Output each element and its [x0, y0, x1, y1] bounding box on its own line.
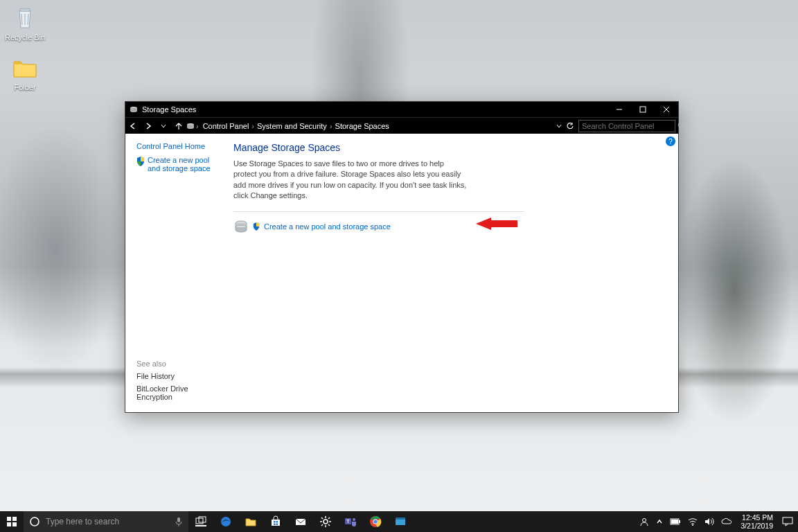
breadcrumb-item[interactable]: Storage Spaces: [335, 122, 389, 130]
svg-line-33: [328, 524, 330, 526]
tray-overflow-icon[interactable]: [656, 518, 663, 525]
taskbar-app-settings[interactable]: [313, 511, 338, 532]
titlebar[interactable]: Storage Spaces: [125, 102, 678, 117]
taskbar-app-edge[interactable]: [213, 511, 238, 532]
create-pool-link[interactable]: Create a new pool and storage space: [264, 222, 391, 231]
svg-rect-18: [199, 517, 206, 522]
address-dropdown-icon[interactable]: [556, 123, 562, 129]
page-description: Use Storage Spaces to save files to two …: [233, 159, 469, 202]
svg-rect-25: [276, 524, 278, 526]
svg-line-34: [321, 524, 323, 526]
svg-line-8: [682, 127, 684, 129]
svg-point-44: [643, 519, 646, 522]
red-arrow-annotation: [476, 218, 517, 230]
main-pane: Manage Storage Spaces Use Storage Spaces…: [229, 134, 678, 412]
sidebar-create-pool-link[interactable]: Create a new pool and storage space: [136, 156, 222, 172]
svg-text:T: T: [346, 519, 350, 524]
svg-rect-17: [196, 518, 203, 524]
volume-icon[interactable]: [704, 517, 714, 526]
wifi-icon[interactable]: [688, 517, 698, 526]
separator: [233, 211, 524, 212]
window-title: Storage Spaces: [142, 105, 196, 114]
desktop: Recycle Bin Folder Storage Spaces: [0, 0, 798, 532]
svg-rect-21: [272, 520, 280, 526]
svg-rect-23: [276, 521, 278, 523]
back-button[interactable]: [125, 118, 141, 134]
desktop-icon-label: Folder: [14, 83, 35, 91]
svg-rect-11: [7, 517, 11, 521]
svg-rect-0: [20, 9, 30, 11]
folder-icon: [11, 54, 39, 82]
taskbar-app-store[interactable]: [263, 511, 288, 532]
svg-line-32: [321, 517, 323, 519]
svg-rect-49: [783, 517, 792, 524]
page-heading: Manage Storage Spaces: [233, 142, 657, 153]
start-button[interactable]: [0, 511, 24, 532]
svg-rect-14: [12, 522, 17, 526]
taskbar-search-placeholder: Type here to search: [46, 517, 119, 526]
taskbar-app-explorer[interactable]: [238, 511, 263, 532]
close-button[interactable]: [655, 102, 678, 117]
desktop-icon-recycle-bin[interactable]: Recycle Bin: [4, 4, 46, 42]
up-button[interactable]: [171, 118, 186, 134]
shield-icon: [136, 157, 145, 166]
storage-spaces-window: Storage Spaces: [125, 101, 679, 413]
svg-line-35: [328, 517, 330, 519]
breadcrumb-icon: [186, 122, 195, 130]
taskbar-app-generic[interactable]: [388, 511, 413, 532]
svg-rect-46: [679, 520, 680, 523]
help-icon[interactable]: ?: [666, 136, 675, 146]
app-icon: [130, 105, 138, 114]
desktop-icon-folder[interactable]: Folder: [4, 54, 46, 91]
svg-point-41: [373, 520, 377, 523]
refresh-button[interactable]: [566, 122, 574, 130]
svg-point-48: [692, 524, 693, 526]
breadcrumb-item[interactable]: System and Security: [257, 122, 327, 130]
desktop-icon-label: Recycle Bin: [5, 33, 45, 42]
svg-rect-24: [274, 524, 276, 526]
svg-rect-22: [274, 521, 276, 523]
see-also-link[interactable]: BitLocker Drive Encryption: [136, 384, 222, 401]
taskbar-search[interactable]: Type here to search: [24, 511, 188, 532]
recent-dropdown[interactable]: [156, 118, 171, 134]
search-icon[interactable]: [677, 122, 685, 130]
svg-rect-16: [177, 517, 180, 522]
forward-button[interactable]: [141, 118, 156, 134]
see-also-link[interactable]: File History: [136, 372, 222, 380]
create-pool-action: Create a new pool and storage space: [233, 219, 657, 234]
taskbar-app-mail[interactable]: [288, 511, 313, 532]
svg-point-15: [30, 517, 39, 526]
see-also-section: See also File History BitLocker Drive En…: [136, 346, 222, 405]
svg-rect-12: [12, 517, 17, 521]
system-tray: [635, 517, 736, 526]
svg-rect-13: [7, 522, 11, 526]
svg-rect-3: [640, 107, 646, 112]
taskbar-clock[interactable]: 12:45 PM 3/21/2019: [736, 513, 777, 530]
onedrive-icon[interactable]: [721, 518, 732, 525]
people-icon[interactable]: [639, 517, 649, 526]
task-view-button[interactable]: [188, 511, 213, 532]
taskbar-app-chrome[interactable]: [363, 511, 388, 532]
search-box[interactable]: [578, 120, 675, 132]
taskbar-app-teams[interactable]: T: [338, 511, 363, 532]
svg-point-7: [678, 123, 682, 127]
svg-rect-19: [195, 525, 206, 526]
maximize-button[interactable]: [631, 102, 655, 117]
left-nav: Control Panel Home Create a new pool and…: [125, 134, 229, 412]
mic-icon[interactable]: [175, 517, 183, 526]
shield-icon: [253, 222, 260, 231]
svg-point-38: [353, 518, 355, 521]
action-center-button[interactable]: [777, 517, 798, 526]
cortana-icon: [29, 516, 40, 527]
control-panel-home-link[interactable]: Control Panel Home: [136, 142, 222, 150]
battery-icon[interactable]: [670, 518, 681, 525]
search-input[interactable]: [582, 122, 677, 130]
taskbar: Type here to search T: [0, 511, 798, 532]
minimize-button[interactable]: [608, 102, 631, 117]
svg-point-27: [323, 520, 328, 524]
breadcrumb-item[interactable]: Control Panel: [203, 122, 249, 130]
sidebar-create-pool-label: Create a new pool and storage space: [148, 156, 222, 172]
see-also-heading: See also: [136, 360, 222, 368]
navbar: › Control Panel › System and Security › …: [125, 117, 678, 134]
breadcrumb: Control Panel › System and Security › St…: [200, 122, 392, 130]
